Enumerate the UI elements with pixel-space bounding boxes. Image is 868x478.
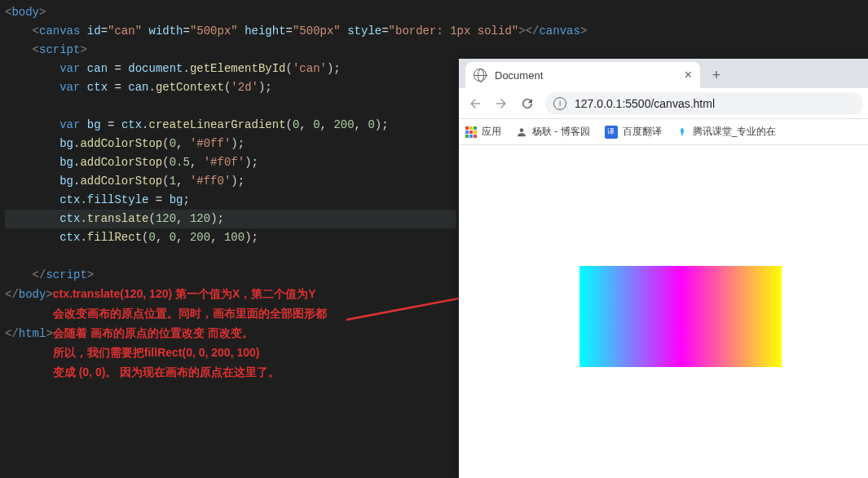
forward-button[interactable] <box>490 92 513 115</box>
browser-tab[interactable]: Document × <box>465 62 700 88</box>
canvas-gradient-rect <box>579 266 782 367</box>
site-info-icon[interactable]: i <box>553 97 566 110</box>
page-content <box>459 145 868 478</box>
browser-toolbar: i 127.0.0.1:5500/canvas.html <box>459 88 868 119</box>
annotation-line-3: 会随着 画布的原点的位置改变 而改变。 <box>53 326 253 339</box>
url-text: 127.0.0.1:5500/canvas.html <box>575 97 715 110</box>
close-tab-icon[interactable]: × <box>685 68 692 82</box>
back-button[interactable] <box>464 92 487 115</box>
globe-icon <box>474 69 487 82</box>
translate-icon: 译 <box>605 126 618 139</box>
browser-window: Document × + i 127.0.0.1:5500/canvas.htm… <box>459 59 868 478</box>
new-tab-button[interactable]: + <box>705 64 728 86</box>
reload-button[interactable] <box>516 92 539 115</box>
tab-title: Document <box>495 69 685 82</box>
bookmark-item[interactable]: 杨耿 - 博客园 <box>516 125 590 139</box>
diamond-icon <box>676 126 688 138</box>
tab-strip: Document × + <box>459 59 868 88</box>
address-bar[interactable]: i 127.0.0.1:5500/canvas.html <box>545 92 863 115</box>
code-editor: <body> <canvas id="can" width="500px" he… <box>0 0 456 478</box>
bookmark-item[interactable]: 腾讯课堂_专业的在 <box>676 125 777 139</box>
annotation-line-2: 会改变画布的原点位置。同时，画布里面的全部图形都 <box>53 307 327 320</box>
annotation-line-4: 所以，我们需要把fillRect(0, 0, 200, 100) <box>53 346 260 359</box>
bookmarks-bar: 应用 杨耿 - 博客园 译 百度翻译 腾讯课堂_专业的在 <box>459 119 868 145</box>
person-icon <box>516 126 527 138</box>
apps-shortcut[interactable]: 应用 <box>465 125 501 139</box>
annotation-line-5: 变成 (0, 0)。 因为现在画布的原点在这里了。 <box>53 365 280 378</box>
apps-icon <box>465 126 477 138</box>
bookmark-item[interactable]: 译 百度翻译 <box>605 125 662 139</box>
annotation-line-1: ctx.translate(120, 120) 第一个值为X，第二个值为Y <box>53 287 316 300</box>
